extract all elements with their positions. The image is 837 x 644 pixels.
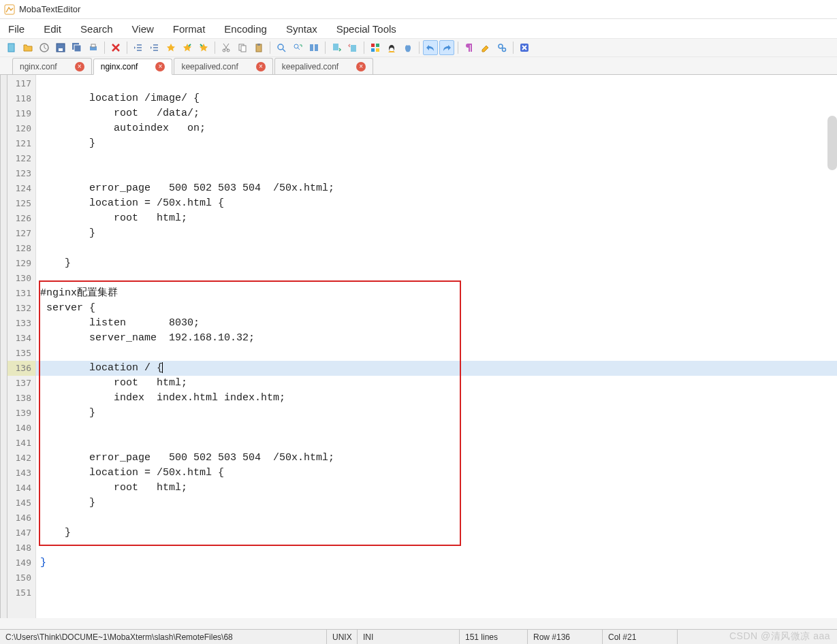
open-folder-icon[interactable] [20, 40, 35, 55]
tab-keepalived-conf-2[interactable]: keepalived.conf × [274, 58, 373, 74]
line-number: 134 [7, 331, 35, 346]
code-line[interactable] [36, 151, 837, 166]
sync-up-icon[interactable] [345, 40, 360, 55]
windows-icon[interactable] [368, 40, 383, 55]
menu-syntax[interactable]: Syntax [286, 23, 317, 35]
bookmark-prev-icon[interactable] [180, 40, 195, 55]
code-line[interactable]: location / { [36, 361, 837, 376]
code-line[interactable]: root html; [36, 376, 837, 391]
code-line[interactable]: index index.html index.htm; [36, 391, 837, 406]
code-line[interactable]: root /data/; [36, 106, 837, 121]
toolbar-sep [419, 42, 420, 54]
replace-icon[interactable] [290, 40, 305, 55]
line-number: 138 [7, 391, 35, 406]
code-line[interactable]: } [36, 406, 837, 421]
code-line[interactable] [36, 511, 837, 526]
code-line[interactable] [36, 541, 837, 556]
linux-icon[interactable] [384, 40, 399, 55]
code-line[interactable] [36, 436, 837, 451]
exit-icon[interactable] [517, 40, 532, 55]
save-all-icon[interactable] [69, 40, 84, 55]
sync-down-icon[interactable] [329, 40, 344, 55]
tab-keepalived-conf-1[interactable]: keepalived.conf × [174, 58, 272, 74]
menu-edit[interactable]: Edit [44, 23, 61, 35]
code-line[interactable]: } [36, 556, 837, 570]
toolbar-sep [364, 42, 364, 54]
settings-gears-icon[interactable] [494, 40, 509, 55]
code-area[interactable]: location /image/ { root /data/; autoinde… [36, 75, 837, 618]
code-line[interactable] [36, 570, 837, 585]
undo-icon[interactable] [423, 40, 438, 55]
new-file-icon[interactable] [4, 40, 19, 55]
print-icon[interactable] [86, 40, 101, 55]
tab-label: keepalived.conf [282, 62, 338, 71]
editor[interactable]: 1171181191201211221231241251261271281291… [0, 75, 837, 618]
code-line[interactable]: #nginx配置集群 [36, 286, 837, 301]
highlight-icon[interactable] [478, 40, 493, 55]
scrollbar-thumb[interactable] [827, 116, 837, 170]
code-line[interactable]: root html; [36, 211, 837, 226]
tab-nginx-conf-1[interactable]: nginx.conf × [12, 58, 92, 74]
tab-close-icon[interactable]: × [155, 62, 165, 71]
redo-icon[interactable] [439, 40, 454, 55]
code-line[interactable]: server { [36, 301, 837, 316]
close-icon[interactable] [108, 40, 123, 55]
pilcrow-icon[interactable] [462, 40, 477, 55]
code-line[interactable]: } [36, 136, 837, 151]
code-line[interactable]: listen 8030; [36, 316, 837, 331]
line-number: 131 [7, 286, 35, 301]
save-icon[interactable] [53, 40, 68, 55]
text-caret [162, 362, 163, 373]
code-line[interactable] [36, 76, 837, 91]
code-line[interactable]: location = /50x.html { [36, 466, 837, 481]
toolbar-sep [458, 42, 458, 54]
svg-rect-19 [333, 44, 338, 50]
code-line[interactable]: error_page 500 502 503 504 /50x.html; [36, 451, 837, 466]
menu-view[interactable]: View [132, 23, 154, 35]
find-icon[interactable] [274, 40, 289, 55]
indent-icon[interactable] [147, 40, 162, 55]
menu-special-tools[interactable]: Special Tools [336, 23, 396, 35]
bookmark-add-icon[interactable] [163, 40, 178, 55]
code-line[interactable]: } [36, 496, 837, 511]
tab-label: nginx.conf [20, 62, 57, 71]
copy-icon[interactable] [235, 40, 250, 55]
line-number: 125 [7, 196, 35, 211]
code-line[interactable]: location /image/ { [36, 91, 837, 106]
svg-rect-17 [310, 44, 313, 51]
code-line[interactable] [36, 271, 837, 286]
code-line[interactable]: autoindex on; [36, 121, 837, 136]
code-line[interactable]: } [36, 256, 837, 271]
code-line[interactable]: } [36, 226, 837, 241]
tab-close-icon[interactable]: × [256, 62, 266, 71]
paste-icon[interactable] [251, 40, 266, 55]
code-line[interactable] [36, 421, 837, 436]
tab-nginx-conf-2[interactable]: nginx.conf × [93, 59, 173, 75]
code-line[interactable]: } [36, 526, 837, 541]
menu-encoding[interactable]: Encoding [224, 23, 267, 35]
code-line[interactable]: location = /50x.html { [36, 196, 837, 211]
outdent-icon[interactable] [131, 40, 146, 55]
code-line[interactable] [36, 346, 837, 361]
menu-file[interactable]: File [8, 23, 25, 35]
tab-close-icon[interactable]: × [75, 62, 84, 71]
bookmark-next-icon[interactable] [196, 40, 211, 55]
code-line[interactable] [36, 241, 837, 256]
svg-rect-12 [241, 46, 246, 52]
code-line[interactable]: server_name 192.168.10.32; [36, 331, 837, 346]
line-number: 150 [7, 570, 35, 585]
recent-icon[interactable] [37, 40, 52, 55]
code-line[interactable] [36, 585, 837, 600]
tab-close-icon[interactable]: × [356, 62, 366, 71]
cut-icon[interactable] [219, 40, 234, 55]
code-line[interactable] [36, 166, 837, 181]
menu-search[interactable]: Search [80, 23, 113, 35]
line-number: 127 [7, 226, 35, 241]
columns-icon[interactable] [306, 40, 321, 55]
app-title: MobaTextEditor [19, 4, 80, 14]
menu-format[interactable]: Format [173, 23, 206, 35]
line-number: 129 [7, 256, 35, 271]
code-line[interactable]: root html; [36, 481, 837, 496]
apple-icon[interactable] [400, 40, 415, 55]
code-line[interactable]: error_page 500 502 503 504 /50x.html; [36, 181, 837, 196]
